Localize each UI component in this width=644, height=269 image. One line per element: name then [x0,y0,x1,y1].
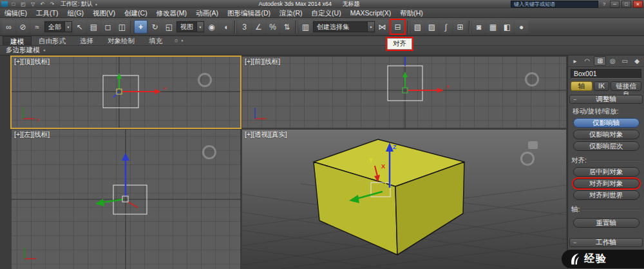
redo-icon[interactable]: ↷ [48,1,56,8]
object-name-field[interactable]: Box001 [571,69,641,79]
subtab-link-info[interactable]: 链接信息 [611,81,641,91]
curve-editor-icon[interactable]: ∫ [439,20,453,34]
viewcube-icon[interactable] [520,152,535,166]
menu-views[interactable]: 视图(V) [88,8,120,18]
selection-region-icon[interactable]: ◻ [101,20,115,34]
viewport-perspective-label[interactable]: [+][透视][真实] [245,130,287,139]
menu-create[interactable]: 创建(C) [120,8,152,18]
menu-modifiers[interactable]: 修改器(M) [152,8,191,18]
new-scene-icon[interactable]: □ [10,1,17,8]
viewport-front-label[interactable]: [+][前][线框] [245,57,280,66]
menu-tools[interactable]: 工具(T) [32,8,62,18]
viewport-top[interactable]: [+][顶][线框] x x [12,57,240,128]
tab-object-paint[interactable]: 对象绘制 [100,36,142,45]
menu-group[interactable]: 组(G) [62,8,88,18]
schematic-view-icon[interactable]: ⊞ [453,20,467,34]
window-crossing-icon[interactable]: ◫ [115,20,129,34]
tab-hierarchy-icon[interactable]: ⊞ [594,56,607,66]
subtab-ik[interactable]: IK [594,81,609,91]
tab-populate[interactable]: 填充 [142,36,169,45]
select-and-move-icon[interactable]: + [134,20,147,34]
render-production-icon[interactable]: ● [515,20,528,34]
spinner-snap-icon[interactable]: ⇅ [280,20,294,34]
align-to-object-button[interactable]: 对齐到对象 [573,179,639,188]
affect-hierarchy-only-button[interactable]: 仅影响层次 [573,141,639,151]
select-and-link-icon[interactable]: ∞ [2,20,15,34]
viewport-left[interactable]: [+][左][线框] [12,130,240,269]
chevron-down-icon[interactable]: ▼ [180,39,184,43]
snaps-toggle-icon[interactable]: 3 [238,20,251,34]
align-icon[interactable]: ⊟ [391,20,404,34]
angle-snap-icon[interactable]: ∠ [252,20,265,34]
select-and-rotate-icon[interactable]: ↻ [148,20,162,34]
select-by-name-icon[interactable]: ▤ [87,20,100,34]
menu-animation[interactable]: 动画(A) [191,8,223,18]
workspace-label: 工作区: 默认 [61,0,93,8]
app-title: Autodesk 3ds Max 2014 x64 [258,1,332,7]
rollout-working-pivot[interactable]: − 工作轴 [569,238,643,247]
bind-to-space-warp-icon[interactable]: ≈ [30,20,44,34]
menu-graph-editors[interactable]: 图形编辑器(D) [223,8,275,18]
tab-utilities-icon[interactable]: ◆ [631,56,643,66]
viewcube-home-icon[interactable] [528,141,538,149]
select-and-manipulate-icon[interactable]: ◖ [219,20,232,34]
align-to-world-button[interactable]: 对齐到世界 [573,190,639,200]
titlebar-right-controls: ? ─ □ ✕ [511,1,643,8]
open-file-icon[interactable]: ◰ [19,1,27,8]
viewcube-icon[interactable] [525,72,539,86]
viewport-front[interactable]: [+][前][线框] X [242,57,566,128]
tab-motion-icon[interactable]: ◎ [607,56,618,66]
affect-object-only-button[interactable]: 仅影响对象 [573,130,639,139]
menu-edit[interactable]: 编辑(E) [0,8,32,18]
viewport-left-label[interactable]: [+][左][线框] [14,130,50,139]
tab-create-icon[interactable]: ▸ [569,56,581,66]
reset-pivot-button[interactable]: 重置轴 [573,218,639,228]
search-input[interactable] [511,1,598,8]
tab-freeform[interactable]: 自由形式 [32,36,73,45]
edit-named-selection-sets-icon[interactable]: ▥ [299,20,312,34]
viewcube-icon[interactable] [202,145,216,159]
rollout-adjust-pivot[interactable]: − 调整轴 [569,95,643,104]
selection-filter-value: 全部 [45,23,64,32]
viewcube-icon[interactable] [198,73,212,87]
select-object-icon[interactable]: ↖ [73,20,86,34]
maximize-button[interactable]: □ [621,1,631,8]
workspace-dropdown[interactable]: 工作区: 默认 ▼ [58,0,100,8]
close-button[interactable]: ✕ [633,1,643,8]
use-pivot-point-icon[interactable]: ◉ [205,20,218,34]
menu-customize[interactable]: 自定义(U) [307,8,346,18]
tab-display-icon[interactable]: ▭ [619,56,630,66]
menu-rendering[interactable]: 渲染(R) [275,8,307,18]
sphere-icon[interactable]: ○ [175,37,178,44]
viewport-perspective[interactable]: [+][透视][真实] [242,130,566,269]
unlink-selection-icon[interactable]: ⊘ [16,20,30,34]
minimize-button[interactable]: ─ [610,1,620,8]
menu-maxscript[interactable]: MAXScript(X) [346,8,396,18]
subtab-pivot[interactable]: 轴 [571,81,592,91]
polygon-modeling-panel[interactable]: 多边形建模 [6,46,40,55]
affect-pivot-only-button[interactable]: 仅影响轴 [573,118,639,128]
graphite-ribbon-toggle-icon[interactable]: ▨ [425,20,439,34]
center-to-object-button[interactable]: 居中到对象 [573,167,639,177]
world-axis-x-label: x [37,117,39,123]
material-editor-icon[interactable]: ◙ [472,20,486,34]
help-icon[interactable]: ? [600,1,608,8]
rendered-frame-window-icon[interactable]: ◧ [500,20,514,34]
render-setup-icon[interactable]: ▦ [486,20,500,34]
tab-selection[interactable]: 选择 [73,36,100,45]
chevron-down-icon[interactable]: ▼ [43,48,46,52]
viewport-top-label[interactable]: [+][顶][线框] [14,57,50,66]
named-selection-set-dropdown[interactable]: 创建选择集 ▼ [313,21,375,32]
percent-snap-icon[interactable]: % [266,20,279,34]
tab-modeling[interactable]: 建模 [3,36,32,45]
undo-icon[interactable]: ↶ [39,1,46,8]
reference-coordinate-dropdown[interactable]: 视图 ▼ [176,21,204,32]
layer-manager-icon[interactable]: ▧ [411,20,424,34]
select-and-scale-icon[interactable]: ◱ [162,20,176,34]
save-file-icon[interactable]: ▽ [29,1,37,8]
app-logo-icon[interactable] [1,1,8,7]
mirror-icon[interactable]: ⋈ [375,20,389,34]
tab-modify-icon[interactable]: ◠ [582,56,593,66]
selection-filter-dropdown[interactable]: 全部 ▼ [44,21,72,32]
menu-help[interactable]: 帮助(H) [395,8,428,18]
